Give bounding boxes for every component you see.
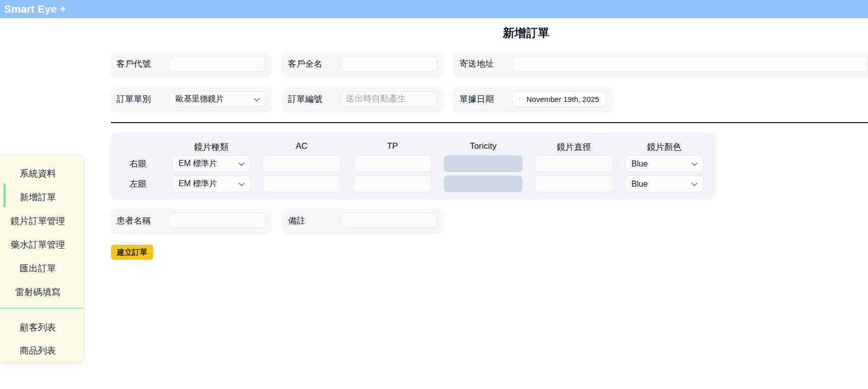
shipping-address-input[interactable] (512, 56, 867, 72)
col-header-toricity: Toricity (443, 141, 524, 153)
patient-name-label: 患者名稱 (117, 215, 169, 227)
right-eye-diameter-input[interactable] (535, 155, 613, 172)
left-eye-diameter-cell (535, 176, 613, 192)
chevron-down-icon (239, 162, 245, 166)
right-eye-ac-input[interactable] (262, 155, 341, 172)
chevron-down-icon (691, 162, 698, 166)
left-eye-lens-type-cell: EM 標準片 (172, 176, 251, 192)
left-eye-ac-cell (262, 176, 341, 192)
right-eye-diameter-cell (535, 155, 613, 172)
right-eye-color-value: Blue (631, 159, 648, 169)
right-eye-color-cell: Blue (625, 155, 704, 172)
patient-name-input[interactable] (169, 213, 266, 229)
chevron-down-icon (239, 183, 245, 187)
left-eye-lens-type-select[interactable]: EM 標準片 (172, 176, 251, 192)
shipping-address-label: 寄送地址 (459, 58, 512, 70)
shipping-address-card: 寄送地址 (454, 52, 868, 75)
order-number-input[interactable] (340, 91, 437, 107)
row-label-left-eye: 左眼 (123, 176, 153, 192)
sidebar-divider (0, 308, 84, 309)
chevron-down-icon (691, 183, 698, 187)
left-eye-color-select[interactable]: Blue (625, 176, 704, 192)
order-type-card: 訂單單別 歐基里德鏡片 (111, 87, 271, 110)
right-eye-ac-cell (262, 155, 341, 172)
row-label-right-eye: 右眼 (123, 155, 153, 172)
left-eye-toricity-cell (444, 176, 523, 192)
left-eye-tp-cell (353, 176, 432, 192)
right-eye-toricity-input (444, 155, 523, 172)
customer-code-label: 客戶代號 (117, 58, 169, 70)
sidebar-item-lens-orders[interactable]: 鏡片訂單管理 (0, 209, 84, 233)
left-eye-ac-input[interactable] (262, 176, 341, 192)
remark-label: 備註 (288, 215, 340, 227)
order-number-label: 訂單編號 (288, 93, 340, 105)
remark-input[interactable] (340, 213, 437, 229)
sidebar-item-laser-code[interactable]: 雷射碼填寫 (0, 281, 84, 304)
order-type-label: 訂單單別 (117, 93, 169, 105)
col-header-lens-type: 鏡片種類 (171, 141, 252, 153)
customer-name-card: 客戶全名 (282, 52, 443, 75)
customer-name-input[interactable] (340, 56, 437, 72)
left-eye-lens-type-value: EM 標準片 (179, 179, 217, 189)
customer-code-input[interactable] (169, 56, 266, 72)
left-eye-tp-input[interactable] (353, 176, 432, 192)
remark-card: 備註 (282, 209, 443, 232)
app-brand: Smart Eye + (4, 3, 66, 15)
sidebar: 系統資料 新增訂單 鏡片訂單管理 藥水訂單管理 匯出訂單 雷射碼填寫 顧客列表 … (0, 154, 84, 363)
right-eye-toricity-cell (444, 155, 523, 172)
calendar-icon (519, 95, 520, 103)
right-eye-color-select[interactable]: Blue (625, 155, 704, 172)
col-header-ac: AC (261, 141, 342, 153)
right-eye-lens-type-cell: EM 標準片 (172, 155, 251, 172)
left-eye-color-value: Blue (631, 180, 648, 189)
right-eye-lens-type-select[interactable]: EM 標準片 (172, 155, 251, 172)
sidebar-item-new-order[interactable]: 新增訂單 (0, 186, 84, 209)
order-date-label: 單據日期 (459, 93, 512, 105)
order-type-select[interactable]: 歐基里德鏡片 (169, 91, 266, 107)
sidebar-item-product-list[interactable]: 商品列表 (0, 339, 84, 362)
order-date-card: 單據日期 November 19th, 2025 (454, 87, 613, 110)
customer-code-card: 客戶代號 (111, 52, 271, 75)
order-date-picker[interactable]: November 19th, 2025 (512, 91, 606, 107)
sidebar-item-export-orders[interactable]: 匯出訂單 (0, 257, 84, 281)
left-eye-toricity-input (444, 176, 523, 192)
lens-table: 鏡片種類 AC TP Toricity 鏡片直徑 鏡片顏色 右眼 EM 標準片 … (111, 133, 715, 198)
sidebar-item-customer-list[interactable]: 顧客列表 (0, 316, 84, 339)
left-eye-color-cell: Blue (625, 176, 704, 192)
order-number-card: 訂單編號 (282, 87, 443, 110)
app-header: Smart Eye + (0, 0, 868, 18)
sidebar-item-solution-orders[interactable]: 藥水訂單管理 (0, 233, 84, 257)
patient-name-card: 患者名稱 (111, 209, 271, 232)
right-eye-lens-type-value: EM 標準片 (179, 158, 217, 169)
chevron-down-icon (254, 98, 260, 102)
page-title: 新增訂單 (503, 25, 549, 41)
col-header-diameter: 鏡片直徑 (534, 141, 614, 153)
section-divider (111, 122, 868, 123)
right-eye-tp-cell (353, 155, 432, 172)
order-date-value: November 19th, 2025 (527, 95, 599, 103)
col-header-tp: TP (352, 141, 433, 153)
order-type-value: 歐基里德鏡片 (176, 94, 224, 104)
customer-name-label: 客戶全名 (288, 58, 340, 70)
left-eye-diameter-input[interactable] (535, 176, 613, 192)
col-header-color: 鏡片顏色 (624, 141, 705, 153)
create-order-button[interactable]: 建立訂單 (111, 245, 153, 260)
sidebar-item-system-data[interactable]: 系統資料 (0, 162, 84, 186)
right-eye-tp-input[interactable] (353, 155, 432, 172)
